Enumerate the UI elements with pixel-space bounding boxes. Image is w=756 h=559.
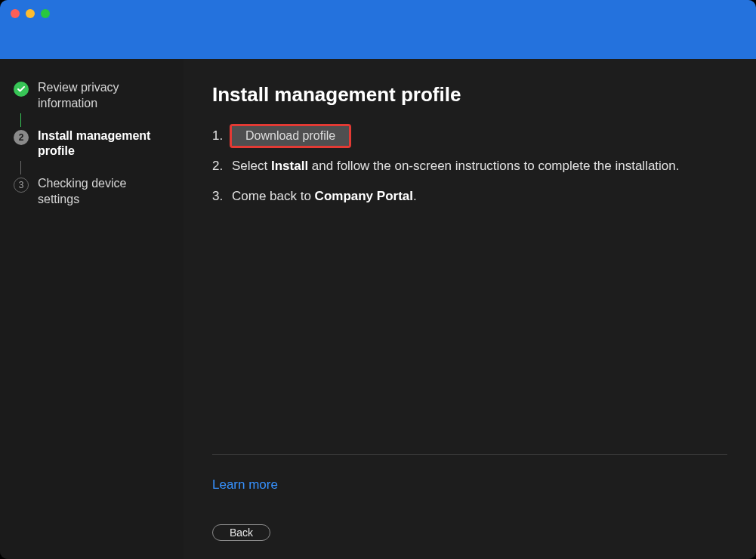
divider — [212, 454, 727, 455]
list-number: 3. — [212, 187, 224, 206]
list-number: 1. — [212, 126, 224, 146]
sidebar: Review privacy information 2 Install man… — [0, 59, 184, 559]
content-area: Review privacy information 2 Install man… — [0, 59, 756, 559]
list-number: 2. — [212, 156, 224, 176]
instruction-row-2: 2. Select Install and follow the on-scre… — [212, 156, 727, 176]
maximize-button[interactable] — [41, 9, 50, 18]
close-button[interactable] — [11, 9, 20, 18]
step-number-icon: 2 — [14, 130, 29, 145]
sidebar-step-install-profile: 2 Install management profile — [14, 128, 170, 160]
back-button[interactable]: Back — [212, 524, 270, 541]
sidebar-step-label: Review privacy information — [38, 80, 170, 112]
main-panel: Install management profile 1. Download p… — [184, 59, 756, 559]
sidebar-step-checking-settings: 3 Checking device settings — [14, 176, 170, 208]
app-window: Review privacy information 2 Install man… — [0, 0, 756, 559]
minimize-button[interactable] — [26, 9, 35, 18]
instruction-list: 1. Download profile 2. Select Install an… — [212, 126, 727, 216]
step-number-icon: 3 — [14, 178, 29, 193]
sidebar-step-review-privacy: Review privacy information — [14, 80, 170, 112]
check-icon — [14, 82, 29, 97]
page-title: Install management profile — [212, 83, 727, 107]
learn-more-link[interactable]: Learn more — [212, 477, 727, 493]
sidebar-step-label: Install management profile — [38, 128, 170, 160]
instruction-row-3: 3. Come back to Company Portal. — [212, 187, 727, 206]
instruction-text: Select Install and follow the on-screen … — [232, 156, 680, 176]
instruction-row-1: 1. Download profile — [212, 126, 727, 146]
sidebar-step-label: Checking device settings — [38, 176, 170, 208]
step-connector — [20, 161, 21, 174]
download-profile-button[interactable]: Download profile — [232, 126, 349, 146]
titlebar — [0, 0, 756, 59]
window-controls — [11, 9, 50, 18]
step-connector — [20, 113, 21, 127]
instruction-text: Come back to Company Portal. — [232, 187, 417, 206]
